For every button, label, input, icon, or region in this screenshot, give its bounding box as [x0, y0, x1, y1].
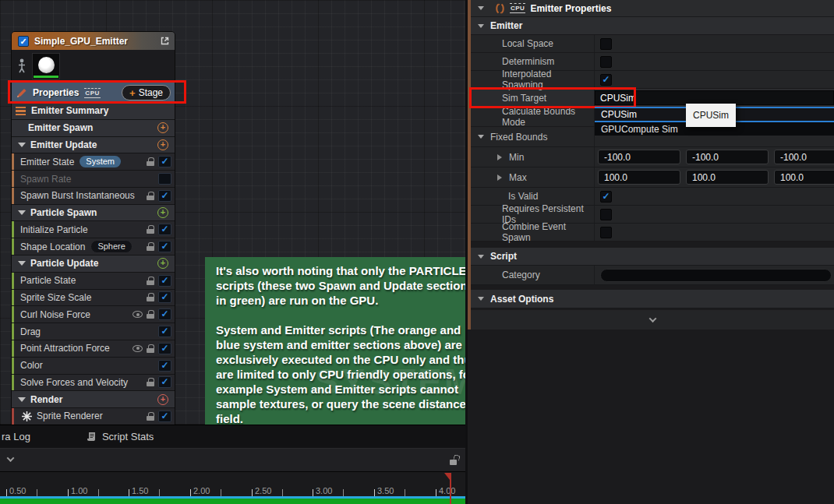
- emitter-node-title: Simple_GPU_Emitter: [34, 36, 154, 47]
- max-z-field[interactable]: 100.0: [774, 170, 834, 185]
- system-badge: System: [80, 156, 121, 167]
- stack-module-spawn-burst[interactable]: Spawn Burst Instantaneous: [12, 188, 175, 205]
- playhead-marker[interactable]: [450, 473, 451, 504]
- module-enabled-checkbox[interactable]: [158, 360, 171, 372]
- min-y-field[interactable]: -100.0: [686, 150, 769, 164]
- visibility-eye-icon[interactable]: [133, 311, 143, 318]
- row-bounds-max[interactable]: Max 100.0 100.0 100.0: [471, 167, 834, 188]
- min-x-field[interactable]: -100.0: [598, 150, 680, 164]
- stack-module-color[interactable]: Color: [12, 358, 175, 375]
- stack-module-sprite-renderer[interactable]: Sprite Renderer: [12, 408, 175, 425]
- module-enabled-checkbox[interactable]: [158, 275, 171, 287]
- add-module-icon[interactable]: [157, 207, 168, 218]
- max-y-field[interactable]: 100.0: [686, 170, 769, 185]
- emitter-node[interactable]: Simple_GPU_Emitter Properties CPU + Stag…: [11, 31, 175, 426]
- expand-right-icon[interactable]: [497, 154, 502, 160]
- is-valid-checkbox[interactable]: [600, 191, 612, 203]
- system-watermark: SYSTEM: [315, 361, 465, 403]
- stack-module-initialize-particle[interactable]: Initialize Particle: [12, 221, 175, 238]
- tab-script-stats[interactable]: Script Stats: [87, 431, 154, 442]
- add-module-icon[interactable]: [157, 139, 168, 150]
- renderer-enabled-checkbox[interactable]: [158, 411, 171, 422]
- timeline-playback-bar[interactable]: [0, 499, 465, 504]
- section-emitter[interactable]: Emitter: [471, 17, 834, 35]
- details-header[interactable]: CPU Emitter Properties: [471, 0, 834, 17]
- chevron-down-icon[interactable]: [18, 210, 26, 215]
- module-enabled-checkbox[interactable]: [158, 156, 171, 167]
- details-panel: CPU Emitter Properties Emitter Local Spa…: [465, 0, 834, 504]
- timeline-panel: ra Log Script Stats 0.50 1.00 1.50 2.00 …: [0, 425, 465, 504]
- stack-section-particle-spawn[interactable]: Particle Spawn: [12, 205, 175, 222]
- collapse-chevron-icon[interactable]: [7, 454, 15, 462]
- section-script[interactable]: Script: [471, 248, 834, 266]
- min-z-field[interactable]: -100.0: [774, 150, 834, 164]
- determinism-checkbox[interactable]: [600, 56, 612, 68]
- module-enabled-checkbox[interactable]: [158, 326, 171, 337]
- stack-module-sprite-size-scale[interactable]: Sprite Size Scale: [12, 290, 175, 307]
- timeline-ruler[interactable]: 0.50 1.00 1.50 2.00 2.50 3.00 3.50 4.00: [0, 472, 465, 496]
- note-paragraph-1: It's also worth noting that only the PAR…: [216, 263, 465, 308]
- stack-section-particle-update[interactable]: Particle Update: [12, 256, 175, 273]
- module-enabled-checkbox[interactable]: [158, 343, 171, 354]
- chevron-down-icon[interactable]: [478, 297, 484, 301]
- module-enabled-checkbox[interactable]: [158, 308, 171, 320]
- module-enabled-checkbox[interactable]: [158, 224, 171, 235]
- row-category[interactable]: Category: [471, 266, 834, 285]
- stack-section-render[interactable]: Render: [12, 391, 175, 408]
- stack-module-point-attraction-force[interactable]: Point Attraction Force: [12, 340, 175, 358]
- stack-row-emitter-summary[interactable]: Emitter Summary: [12, 103, 175, 120]
- row-bounds-min[interactable]: Min -100.0 -100.0 -100.0: [471, 147, 834, 167]
- row-combine-event-spawn[interactable]: Combine Event Spawn: [471, 224, 834, 241]
- details-expander[interactable]: [471, 310, 834, 330]
- summary-list-icon: [16, 107, 26, 115]
- module-enabled-checkbox[interactable]: [158, 291, 171, 303]
- combine-event-spawn-checkbox[interactable]: [600, 227, 612, 238]
- section-asset-options[interactable]: Asset Options: [471, 290, 834, 308]
- emitter-preview-thumbnail[interactable]: [32, 53, 60, 79]
- row-interpolated-spawning[interactable]: Interpolated Spawning: [471, 71, 834, 89]
- stack-section-emitter-update[interactable]: Emitter Update: [12, 137, 175, 154]
- chevron-down-icon[interactable]: [478, 24, 484, 28]
- local-space-checkbox[interactable]: [600, 38, 612, 50]
- lock-open-icon[interactable]: [450, 455, 459, 465]
- category-input[interactable]: [600, 269, 832, 282]
- stack-module-spawn-rate[interactable]: Spawn Rate: [12, 171, 175, 188]
- stack-module-emitter-state[interactable]: Emitter State System: [12, 153, 175, 171]
- chevron-down-icon[interactable]: [478, 255, 484, 259]
- lock-icon: [147, 157, 154, 166]
- module-enabled-checkbox[interactable]: [158, 173, 171, 185]
- add-stage-button[interactable]: + Stage: [122, 85, 171, 100]
- chevron-down-icon[interactable]: [18, 261, 26, 266]
- chevron-down-icon[interactable]: [18, 143, 26, 147]
- stack-section-emitter-spawn[interactable]: Emitter Spawn: [12, 120, 175, 137]
- module-enabled-checkbox[interactable]: [158, 190, 171, 202]
- max-x-field[interactable]: 100.0: [598, 170, 680, 185]
- add-module-icon[interactable]: [157, 258, 168, 269]
- emitter-thumbnail-row: [12, 50, 175, 83]
- emitter-enabled-checkbox[interactable]: [18, 36, 29, 47]
- add-renderer-icon[interactable]: [157, 394, 168, 405]
- chevron-down-icon[interactable]: [18, 397, 26, 402]
- chevron-down-icon[interactable]: [478, 135, 484, 139]
- stack-module-curl-noise-force[interactable]: Curl Noise Force: [12, 306, 175, 323]
- requires-persistent-ids-checkbox[interactable]: [600, 209, 612, 220]
- emitter-node-header[interactable]: Simple_GPU_Emitter: [12, 32, 175, 50]
- row-local-space[interactable]: Local Space: [471, 35, 834, 53]
- row-sim-target[interactable]: Sim Target CPUSim: [471, 89, 834, 107]
- add-module-icon[interactable]: [157, 122, 168, 133]
- lock-icon: [147, 225, 154, 234]
- interpolated-spawning-checkbox[interactable]: [600, 74, 612, 86]
- expand-right-icon[interactable]: [497, 174, 502, 181]
- properties-row[interactable]: Properties CPU + Stage: [12, 83, 175, 103]
- chevron-down-icon[interactable]: [478, 6, 484, 10]
- stack-module-solve-forces-velocity[interactable]: Solve Forces and Velocity: [12, 375, 175, 392]
- tab-niagara-log[interactable]: ra Log: [2, 431, 30, 442]
- open-external-icon[interactable]: [160, 36, 170, 46]
- module-enabled-checkbox[interactable]: [158, 241, 171, 252]
- visibility-eye-icon[interactable]: [133, 345, 143, 352]
- module-enabled-checkbox[interactable]: [158, 376, 171, 388]
- stack-module-drag[interactable]: Drag: [12, 323, 175, 340]
- stack-module-shape-location[interactable]: Shape Location Sphere: [12, 238, 175, 256]
- stack-module-particle-state[interactable]: Particle State: [12, 273, 175, 290]
- person-icon: [17, 58, 27, 74]
